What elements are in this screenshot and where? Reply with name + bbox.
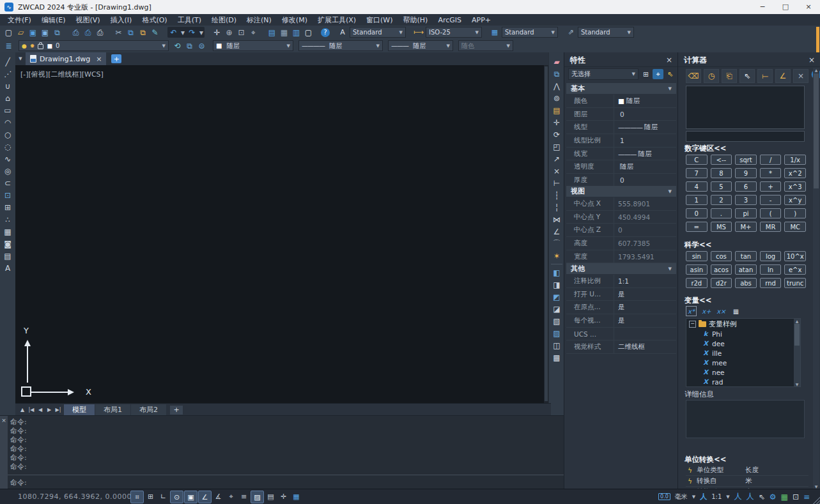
- tree-scrollbar[interactable]: ▲ ▼: [794, 319, 800, 386]
- section-other[interactable]: 其他 ▼: [566, 263, 676, 274]
- layer-on-icon[interactable]: ●: [22, 43, 27, 49]
- calculator-close-icon[interactable]: ×: [808, 56, 815, 65]
- arc-icon[interactable]: ◠: [1, 116, 14, 128]
- help-icon[interactable]: ?: [321, 28, 330, 37]
- sci-key-button[interactable]: 10^x: [784, 251, 806, 261]
- tab-list-icon[interactable]: ▼: [15, 56, 26, 61]
- property-value[interactable]: 0: [614, 174, 676, 187]
- property-value[interactable]: 随层: [614, 160, 676, 173]
- calc-key-button[interactable]: 9: [735, 168, 757, 178]
- property-row[interactable]: 每个视... 是: [566, 314, 676, 328]
- distance-icon[interactable]: ⟝: [757, 69, 773, 83]
- property-value[interactable]: ■ 随层: [614, 95, 676, 107]
- canvas-scrollbar[interactable]: [544, 65, 548, 403]
- selection-dropdown[interactable]: 无选择 ▼: [568, 68, 638, 80]
- calc-key-button[interactable]: 1: [686, 195, 708, 205]
- dropdown-arrow-icon[interactable]: ▼: [399, 30, 403, 35]
- property-row[interactable]: 图层 0: [566, 108, 676, 121]
- sci-key-button[interactable]: log: [760, 251, 782, 261]
- join-icon[interactable]: ⋈: [550, 213, 563, 225]
- scientific-section-header[interactable]: 科学<<: [685, 240, 711, 250]
- property-row[interactable]: 线型比例 1: [566, 134, 676, 148]
- mtext-icon[interactable]: A: [1, 262, 14, 274]
- scroll-down-icon[interactable]: ▼: [796, 382, 799, 386]
- menu-item[interactable]: 标注(N): [242, 15, 277, 25]
- sci-key-button[interactable]: cos: [711, 251, 732, 261]
- sci-key-button[interactable]: asin: [686, 264, 708, 275]
- property-row[interactable]: 中心点 Z 0: [566, 224, 676, 237]
- viewport-controls[interactable]: [-][俯视][二维线框][WCS]: [20, 70, 104, 79]
- layer-isolate-icon[interactable]: ⊜: [196, 40, 208, 51]
- command-window-grip[interactable]: ×: [0, 416, 8, 489]
- resize-grip[interactable]: [811, 496, 820, 504]
- polyline-icon[interactable]: ∪: [1, 80, 14, 92]
- dropdown-arrow-icon[interactable]: ▼: [287, 43, 290, 49]
- section-basic[interactable]: 基本 ▼: [566, 83, 676, 94]
- sci-key-button[interactable]: d2r: [711, 278, 732, 288]
- property-value[interactable]: 二维线框: [614, 340, 676, 353]
- command-window[interactable]: × 命令:命令:命令:命令:命令:命令: 命令:: [0, 415, 564, 489]
- snap-toggle[interactable]: ⊞: [144, 491, 157, 502]
- property-value[interactable]: 0: [614, 108, 676, 121]
- dropdown-arrow-icon[interactable]: ▼: [552, 30, 555, 35]
- draworder-by-layer-icon[interactable]: ▩: [550, 351, 563, 363]
- property-row[interactable]: 在原点... 是: [566, 301, 676, 314]
- calculator-scrollbar[interactable]: ▲ ▼: [813, 68, 819, 489]
- break-icon[interactable]: ╎: [550, 201, 563, 213]
- redo-dropdown-icon[interactable]: ▾: [198, 27, 205, 38]
- section-view[interactable]: 视图 ▼: [566, 186, 676, 197]
- style-field[interactable]: Standard ▼: [502, 27, 558, 38]
- variables-tree[interactable]: − 变量样例 k Phi X dee X: [686, 318, 801, 387]
- hatch-to-back-icon[interactable]: ▨: [550, 327, 563, 339]
- property-row[interactable]: 颜色 ■ 随层: [566, 95, 676, 108]
- add-layout-icon[interactable]: +: [170, 406, 183, 415]
- property-row[interactable]: 宽度 1793.5491: [566, 250, 676, 264]
- pick-value-icon[interactable]: ϟ: [686, 467, 694, 474]
- point-icon[interactable]: ∴: [1, 213, 14, 225]
- calc-key-button[interactable]: x^y: [784, 195, 806, 205]
- property-value[interactable]: [614, 328, 676, 340]
- new-file-icon[interactable]: ▢: [3, 27, 15, 38]
- calc-key-button[interactable]: pi: [735, 208, 757, 218]
- calc-key-button[interactable]: MC: [784, 222, 806, 232]
- tool-palettes-icon[interactable]: ▦: [278, 27, 290, 38]
- toggle-pickadd-icon[interactable]: ⊞: [640, 69, 651, 79]
- zoom-realtime-icon[interactable]: ⊕: [223, 27, 235, 38]
- calc-key-button[interactable]: MR: [760, 222, 782, 232]
- text-to-front-icon[interactable]: ▧: [550, 315, 563, 327]
- chevron-down-icon[interactable]: ▼: [669, 189, 672, 194]
- layer-freeze-icon[interactable]: ✹: [30, 43, 35, 49]
- calc-key-button[interactable]: sqrt: [735, 155, 757, 165]
- menu-item[interactable]: 修改(M): [277, 15, 313, 25]
- etransmit-icon[interactable]: ⧉: [51, 27, 63, 38]
- settings-icon[interactable]: ⚙: [770, 493, 777, 501]
- dynamic-ucs-toggle[interactable]: ⌖: [225, 491, 237, 502]
- dropdown-arrow-icon[interactable]: ▼: [447, 43, 450, 49]
- return-value-icon[interactable]: ▦: [731, 307, 741, 316]
- grid-toggle[interactable]: ⌗: [130, 491, 144, 503]
- save-icon[interactable]: ▣: [27, 27, 39, 38]
- clean-screen-icon[interactable]: ⊡: [793, 493, 799, 501]
- zoom-window-icon[interactable]: ⊡: [235, 27, 247, 38]
- trim-icon[interactable]: ⨯: [550, 165, 563, 177]
- mirror-icon[interactable]: ⋀: [550, 80, 563, 92]
- calc-key-button[interactable]: (: [760, 208, 782, 218]
- rectangle-icon[interactable]: ▭: [1, 104, 14, 116]
- insert-block-icon[interactable]: ⊡: [1, 189, 14, 201]
- ortho-toggle[interactable]: ∟: [157, 491, 169, 502]
- menu-item[interactable]: 扩展工具(X): [313, 15, 361, 25]
- select-objects-icon[interactable]: ⇖: [665, 69, 676, 79]
- calc-key-button[interactable]: MS: [711, 222, 732, 232]
- sci-key-button[interactable]: ln: [760, 264, 782, 275]
- property-row[interactable]: 打开 U... 是: [566, 288, 676, 302]
- xline-icon[interactable]: ⋰: [1, 68, 14, 80]
- copy-icon[interactable]: ⧉: [125, 27, 137, 38]
- intersection-icon[interactable]: ×: [793, 69, 808, 83]
- dropdown-arrow-icon[interactable]: ▼: [726, 494, 729, 500]
- redo-icon[interactable]: ↷: [186, 27, 198, 38]
- layer-dropdown[interactable]: ● ✹ ■ 0 ▼: [19, 40, 169, 51]
- calc-key-button[interactable]: M+: [735, 222, 757, 232]
- plot-icon[interactable]: ⎙: [82, 27, 94, 38]
- property-row[interactable]: 中心点 X 555.8901: [566, 197, 676, 211]
- chevron-down-icon[interactable]: ▼: [669, 86, 672, 91]
